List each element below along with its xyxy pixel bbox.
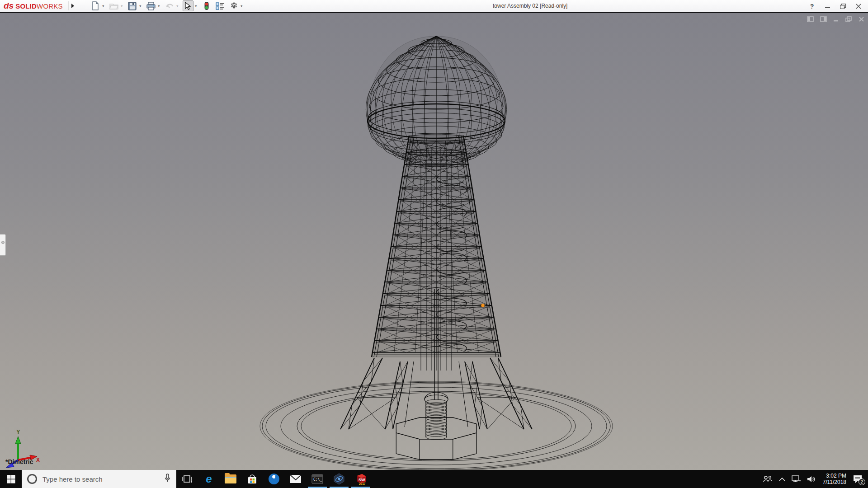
notification-badge: 2 <box>859 479 865 485</box>
people-icon[interactable] <box>760 470 776 488</box>
tile-left-icon[interactable] <box>807 16 814 22</box>
wrench-tool-icon[interactable] <box>263 470 285 488</box>
edge-browser-icon[interactable]: e <box>198 470 220 488</box>
quick-access-toolbar: ▾ ▾ ▾ ▾ <box>90 0 247 12</box>
desktop: Y X *Dimetric ds SOLID WORKS ▾ <box>0 0 868 488</box>
select-tool-button[interactable] <box>183 0 193 11</box>
network-icon[interactable] <box>788 470 804 488</box>
svg-text:SW: SW <box>359 478 365 482</box>
volume-icon[interactable] <box>804 470 819 488</box>
mail-icon[interactable] <box>285 470 307 488</box>
show-hidden-icons-chevron[interactable] <box>776 470 788 488</box>
solidworks-logo: ds SOLID WORKS <box>0 0 67 12</box>
feature-manager-collapsed-tab[interactable] <box>0 234 6 256</box>
svg-text:C:\_: C:\_ <box>313 478 322 482</box>
document-window-controls <box>807 16 864 22</box>
cortana-icon <box>27 474 37 484</box>
doc-close-icon[interactable] <box>859 16 864 22</box>
document-title: tower Assembly 02 [Read-only] <box>493 0 567 12</box>
microphone-icon[interactable] <box>164 474 171 484</box>
options-gear-button[interactable] <box>228 0 239 11</box>
system-tray: 3:02 PM 7/11/2018 2 <box>760 470 868 488</box>
undo-dropdown[interactable]: ▾ <box>175 0 180 11</box>
tile-right-icon[interactable] <box>820 16 827 22</box>
print-button[interactable] <box>146 0 156 11</box>
graphics-viewport[interactable]: Y X *Dimetric <box>0 13 868 470</box>
new-document-button[interactable] <box>90 0 101 11</box>
triad-x-label: X <box>36 457 40 463</box>
hexagon-3d-app-icon[interactable] <box>328 470 350 488</box>
logo-text-light: WORKS <box>37 2 63 10</box>
title-bar: ds SOLID WORKS ▾ ▾ <box>0 0 868 12</box>
solidworks-2017-icon[interactable]: SW2017 <box>350 470 372 488</box>
undo-button[interactable] <box>164 0 175 11</box>
file-explorer-icon[interactable] <box>220 470 241 488</box>
start-button[interactable] <box>0 470 22 488</box>
taskbar-search[interactable] <box>22 470 176 488</box>
rebuild-traffic-light-button[interactable] <box>201 0 212 11</box>
menu-expand-arrow-icon[interactable] <box>68 1 77 10</box>
ds-mark: ds <box>4 1 14 11</box>
windows-taskbar: e C:\_ SW2017 <box>0 470 868 488</box>
new-document-dropdown[interactable]: ▾ <box>101 0 106 11</box>
logo-text-bold: SOLID <box>15 2 37 10</box>
command-prompt-icon[interactable]: C:\_ <box>307 470 328 488</box>
view-orientation-label: *Dimetric <box>5 458 33 465</box>
doc-restore-icon[interactable] <box>845 16 852 22</box>
select-tool-dropdown[interactable]: ▾ <box>193 0 198 11</box>
close-button[interactable] <box>852 1 865 11</box>
print-dropdown[interactable]: ▾ <box>156 0 161 11</box>
help-button[interactable]: ?▾ <box>804 1 819 11</box>
tray-date: 7/11/2018 <box>823 479 847 485</box>
svg-text:2017: 2017 <box>359 482 366 485</box>
restore-button[interactable] <box>836 1 850 11</box>
action-center-icon[interactable]: 2 <box>850 470 868 488</box>
clock[interactable]: 3:02 PM 7/11/2018 <box>819 470 850 488</box>
doc-minimize-icon[interactable] <box>833 16 839 22</box>
tray-time: 3:02 PM <box>823 473 847 479</box>
save-dropdown[interactable]: ▾ <box>138 0 143 11</box>
open-button[interactable] <box>108 0 119 11</box>
panel-tab-dot <box>1 241 5 244</box>
window-controls: ?▾ <box>804 0 865 12</box>
microsoft-store-icon[interactable] <box>241 470 263 488</box>
save-button[interactable] <box>127 0 138 11</box>
tower-wireframe-model <box>0 13 868 470</box>
options-dropdown[interactable]: ▾ <box>239 0 244 11</box>
minimize-button[interactable] <box>821 1 835 11</box>
open-dropdown[interactable]: ▾ <box>119 0 124 11</box>
triad-y-label: Y <box>16 428 20 435</box>
design-library-list-button[interactable] <box>215 0 226 11</box>
task-view-button[interactable] <box>176 470 198 488</box>
search-input[interactable] <box>42 475 159 483</box>
